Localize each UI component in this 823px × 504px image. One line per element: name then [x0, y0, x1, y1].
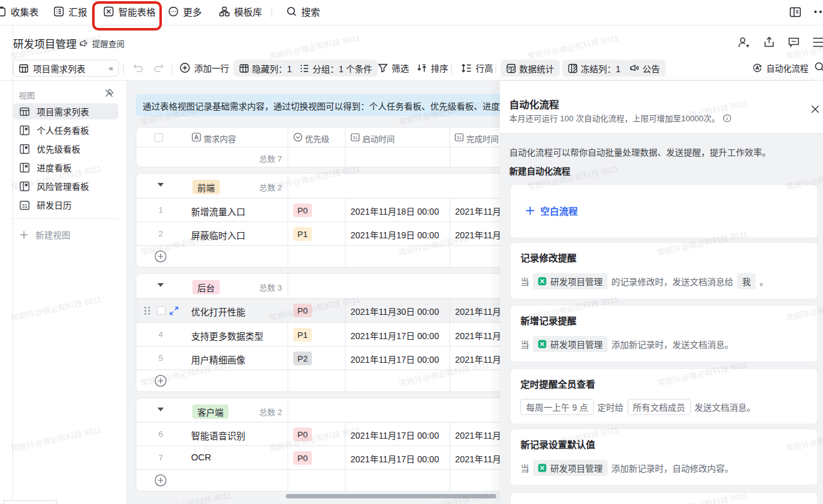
svg-text:31: 31	[22, 202, 28, 208]
svg-text:31: 31	[353, 136, 358, 140]
svg-text:31: 31	[457, 136, 462, 140]
